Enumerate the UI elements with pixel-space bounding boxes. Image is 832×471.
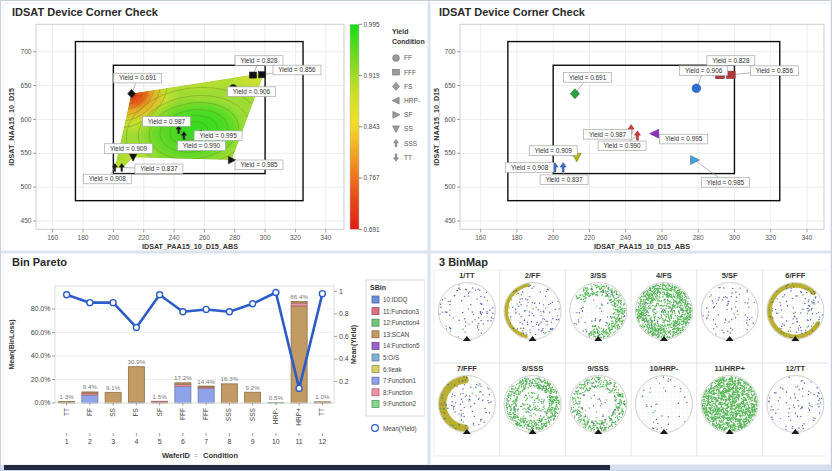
- wafer-cell-7/FFF[interactable]: 7/FFF: [434, 363, 500, 456]
- svg-text:9.4%: 9.4%: [83, 383, 98, 390]
- corner-contour-chart[interactable]: Yield = 0.691Yield = 0.906Yield = 0.828Y…: [4, 18, 425, 250]
- corner-scatter-chart[interactable]: Yield = 0.691Yield = 0.906Yield = 0.828Y…: [431, 18, 828, 250]
- yield-annotation: Yield = 0.909: [105, 144, 153, 154]
- svg-text:TT: TT: [404, 154, 412, 161]
- svg-text:SS: SS: [109, 407, 116, 416]
- sbin-legend-item[interactable]: 8:Function: [372, 389, 413, 396]
- svg-text:FS: FS: [132, 407, 139, 416]
- wafer-cell-6/FFF[interactable]: 6/FFF: [763, 270, 829, 363]
- svg-text:8:Function: 8:Function: [383, 389, 413, 396]
- pareto-bar-2[interactable]: [82, 392, 98, 403]
- data-point-FF[interactable]: [692, 84, 701, 93]
- svg-text:Yield = 0.906: Yield = 0.906: [685, 67, 723, 74]
- bin-pareto-chart[interactable]: 1.3%9.4%9.1%30.9%1.5%17.2%14.4%16.3%9.2%…: [4, 268, 425, 464]
- data-point-FFF[interactable]: [258, 72, 265, 78]
- yield-annotation: Yield = 0.691: [564, 73, 612, 83]
- pareto-bar-4[interactable]: [128, 367, 144, 403]
- svg-text:600: 600: [444, 116, 455, 123]
- pareto-bar-8[interactable]: [221, 384, 237, 403]
- svg-text:Mean(BinLoss): Mean(BinLoss): [8, 319, 16, 369]
- svg-text:220: 220: [138, 234, 149, 241]
- panel-binmap: 3 BinMap 1/TT2/FF3/SS4/FS5/SF6/FFF7/FFF8…: [430, 253, 831, 465]
- svg-text:700: 700: [20, 48, 31, 55]
- svg-text:300: 300: [260, 234, 271, 241]
- svg-text:14:Function5: 14:Function5: [383, 342, 420, 349]
- legend-item-SF[interactable]: SF: [393, 111, 413, 118]
- legend-item-HRP-[interactable]: HRP-: [392, 97, 420, 104]
- svg-text:Yield = 0.985: Yield = 0.985: [707, 179, 745, 186]
- svg-text:8/SSS: 8/SSS: [522, 364, 543, 373]
- sbin-legend-item[interactable]: 14:Function5: [372, 342, 420, 349]
- sbin-legend-item[interactable]: 13:SCAN: [372, 331, 410, 338]
- legend-item-SS[interactable]: SS: [393, 125, 414, 132]
- svg-text:1.3%: 1.3%: [60, 393, 75, 400]
- pareto-bar-9[interactable]: [245, 392, 261, 403]
- svg-text:Yield = 0.908: Yield = 0.908: [511, 164, 549, 171]
- svg-text:9.1%: 9.1%: [106, 384, 121, 391]
- svg-text:220: 220: [584, 234, 595, 241]
- legend-item-TT[interactable]: TT: [394, 154, 412, 161]
- svg-text:86.4%: 86.4%: [290, 293, 308, 300]
- sbin-legend-item[interactable]: 7:Function1: [372, 377, 416, 384]
- svg-text:200: 200: [548, 234, 559, 241]
- svg-text:4: 4: [134, 438, 138, 445]
- svg-text:7:Function1: 7:Function1: [383, 377, 416, 384]
- wafer-cell-8/SSS[interactable]: 8/SSS: [500, 363, 566, 456]
- svg-text:IDSAT_PAA15_10_D15_ABS: IDSAT_PAA15_10_D15_ABS: [594, 242, 690, 250]
- svg-text:Yield = 0.856: Yield = 0.856: [278, 66, 316, 73]
- sbin-legend-item[interactable]: 5:O/S: [372, 354, 399, 361]
- wafer-cell-4/FS[interactable]: 4/FS: [631, 270, 697, 363]
- legend-item-SSS[interactable]: SSS: [394, 139, 418, 146]
- svg-text:Yield = 0.837: Yield = 0.837: [545, 176, 583, 183]
- svg-text:1/TT: 1/TT: [459, 271, 475, 280]
- wafer-cell-1/TT[interactable]: 1/TT: [434, 270, 500, 363]
- yield-annotation: Yield = 0.691: [114, 73, 162, 83]
- data-point-FFF[interactable]: [249, 72, 256, 78]
- wafer-cell-2/FF[interactable]: 2/FF: [500, 270, 566, 363]
- panel-title-bin-pareto: Bin Pareto: [4, 254, 427, 268]
- sbin-legend-item[interactable]: 10:IDDQ: [372, 296, 408, 304]
- yield-annotation: Yield = 0.985: [701, 178, 749, 188]
- legend-item-FS[interactable]: FS: [392, 83, 413, 91]
- svg-text:FFF: FFF: [404, 69, 416, 76]
- svg-text:6: 6: [181, 438, 185, 445]
- svg-text:Mean(Yield): Mean(Yield): [383, 425, 417, 433]
- sbin-legend-item[interactable]: 9:Function2: [372, 400, 416, 407]
- svg-text:Yield = 0.691: Yield = 0.691: [569, 74, 607, 81]
- svg-text:13:SCAN: 13:SCAN: [383, 331, 410, 338]
- pareto-bar-3[interactable]: [105, 392, 121, 403]
- svg-text:0.767: 0.767: [364, 174, 380, 181]
- svg-text:5:O/S: 5:O/S: [383, 354, 399, 361]
- wafer-cell-3/SS[interactable]: 3/SS: [565, 270, 631, 363]
- svg-text:600: 600: [20, 116, 31, 123]
- legend-item-FFF[interactable]: FFF: [393, 69, 416, 76]
- svg-text:=: =: [194, 452, 198, 459]
- svg-text:280: 280: [693, 234, 704, 241]
- sbin-legend-item[interactable]: 11:Function3: [372, 308, 419, 315]
- svg-text:SS: SS: [404, 125, 413, 132]
- legend-item-FF[interactable]: FF: [393, 54, 412, 61]
- pareto-bar-6[interactable]: [175, 383, 191, 403]
- wafer-cell-5/SF[interactable]: 5/SF: [697, 270, 763, 363]
- horizontal-scrollbar[interactable]: [1, 465, 831, 470]
- pareto-bar-7[interactable]: [198, 386, 214, 403]
- sbin-legend-item[interactable]: 12:Function4: [372, 319, 420, 326]
- svg-text:240: 240: [169, 234, 180, 241]
- binmap-grid[interactable]: 1/TT2/FF3/SS4/FS5/SF6/FFF7/FFF8/SSS9/SSS…: [431, 268, 828, 464]
- svg-text:Yield = 0.906: Yield = 0.906: [233, 88, 271, 95]
- svg-text:280: 280: [229, 234, 240, 241]
- svg-text:0.995: 0.995: [364, 21, 380, 28]
- mean-yield-legend[interactable]: Mean(Yield): [372, 425, 417, 433]
- svg-text:450: 450: [20, 217, 31, 224]
- wafer-cell-9/SSS[interactable]: 9/SSS: [565, 363, 631, 456]
- wafer-cell-10/HRP-[interactable]: 10/HRP-: [631, 363, 697, 456]
- svg-text:FF: FF: [86, 408, 93, 416]
- panel-corner-scatter: IDSAT Device Corner Check Yield = 0.691Y…: [430, 3, 831, 251]
- dashboard-window: IDSAT Device Corner Check Yield = 0.691Y…: [0, 0, 832, 471]
- scrollbar-thumb[interactable]: [4, 465, 610, 470]
- wafer-cell-12/TT[interactable]: 12/TT: [763, 363, 829, 456]
- sbin-legend-item[interactable]: 6:Ileak: [372, 366, 402, 373]
- yield-annotation: Yield = 0.987: [142, 117, 190, 127]
- svg-text:40.0%: 40.0%: [31, 352, 51, 359]
- wafer-cell-11/HRP+[interactable]: 11/HRP+: [697, 363, 763, 456]
